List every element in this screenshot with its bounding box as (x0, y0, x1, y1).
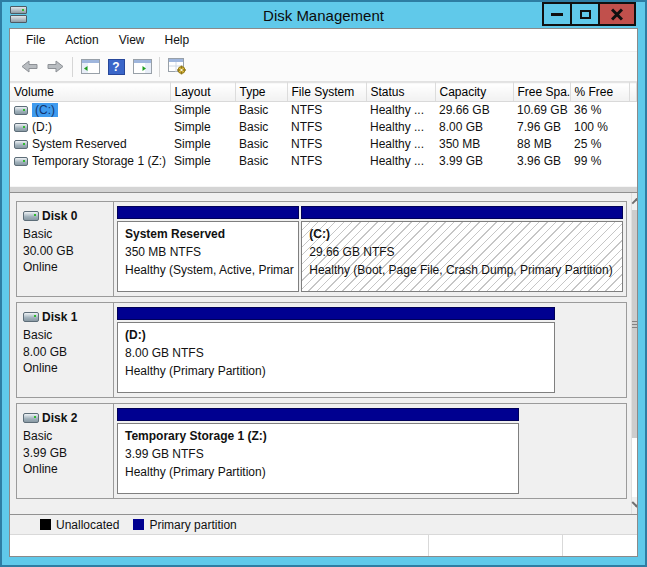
action-pane-icon (133, 59, 152, 74)
disk-pane-scrollbar[interactable] (631, 193, 637, 514)
disk-2-label[interactable]: Disk 2 Basic 3.99 GB Online (17, 404, 114, 498)
cell-status: Healthy ... (366, 102, 435, 119)
volume-icon (14, 106, 28, 115)
volume-row-c[interactable]: (C:) Simple Basic NTFS Healthy ... 29.66… (10, 102, 637, 119)
status-section (10, 535, 429, 556)
partition-z[interactable]: Temporary Storage 1 (Z:) 3.99 GB NTFS He… (117, 408, 519, 494)
partition-name: (C:) (309, 225, 615, 243)
close-button[interactable] (598, 2, 636, 26)
pane-splitter[interactable] (10, 186, 637, 193)
show-action-pane-button[interactable] (129, 55, 155, 79)
legend-bar: Unallocated Primary partition (10, 514, 637, 534)
chevron-down-icon (631, 498, 637, 508)
partition-system-reserved[interactable]: System Reserved 350 MB NTFS Healthy (Sys… (117, 206, 299, 292)
help-button[interactable]: ? (103, 55, 129, 79)
titlebar: Disk Management (2, 2, 645, 28)
cell-pct-free: 36 % (570, 102, 629, 119)
disk-0-graphic: System Reserved 350 MB NTFS Healthy (Sys… (114, 202, 626, 296)
disk-type: Basic (23, 226, 111, 243)
close-icon (610, 7, 624, 21)
cell-free-space: 7.96 GB (513, 119, 570, 136)
column-free-space[interactable]: Free Spa... (513, 83, 570, 102)
partition-d[interactable]: (D:) 8.00 GB NTFS Healthy (Primary Parti… (117, 307, 555, 393)
disk-0-block: Disk 0 Basic 30.00 GB Online System Rese… (16, 201, 627, 297)
forward-button[interactable] (42, 55, 68, 79)
column-file-system[interactable]: File System (287, 83, 366, 102)
disk-status: Online (23, 461, 111, 478)
unallocated-swatch (40, 519, 51, 530)
toolbar: ? (10, 51, 637, 82)
partition-size: 29.66 GB NTFS (309, 243, 615, 261)
column-volume[interactable]: Volume (10, 83, 170, 102)
toolbar-separator (159, 57, 160, 77)
cell-pct-free: 100 % (570, 119, 629, 136)
cell-file-system: NTFS (287, 119, 366, 136)
chevron-up-icon (631, 198, 637, 208)
disk-0-label[interactable]: Disk 0 Basic 30.00 GB Online (17, 202, 114, 296)
show-console-tree-button[interactable] (77, 55, 103, 79)
maximize-button[interactable] (570, 2, 600, 26)
help-icon: ? (108, 59, 125, 75)
scroll-down-button[interactable] (632, 497, 637, 514)
cell-type: Basic (235, 153, 287, 170)
disk-icon (23, 211, 39, 221)
window-content: File Action View Help ? (9, 28, 638, 557)
column-filler (629, 83, 637, 102)
forward-icon (47, 60, 64, 73)
cell-type: Basic (235, 102, 287, 119)
window-controls (544, 2, 636, 26)
scroll-up-button[interactable] (632, 193, 637, 210)
menu-view[interactable]: View (109, 30, 155, 50)
cell-capacity: 3.99 GB (435, 153, 513, 170)
column-layout[interactable]: Layout (170, 83, 235, 102)
cell-free-space: 88 MB (513, 136, 570, 153)
cell-status: Healthy ... (366, 119, 435, 136)
cell-type: Basic (235, 119, 287, 136)
cell-layout: Simple (170, 153, 235, 170)
volume-row-temporary-storage[interactable]: Temporary Storage 1 (Z:) Simple Basic NT… (10, 153, 637, 170)
maximize-icon (580, 10, 591, 19)
disk-1-label[interactable]: Disk 1 Basic 8.00 GB Online (17, 303, 114, 397)
partition-name: System Reserved (125, 225, 291, 243)
cell-status: Healthy ... (366, 136, 435, 153)
minimize-icon (551, 13, 563, 16)
cell-layout: Simple (170, 102, 235, 119)
column-pct-free[interactable]: % Free (570, 83, 629, 102)
partition-size: 3.99 GB NTFS (125, 445, 511, 463)
disk-1-graphic: (D:) 8.00 GB NTFS Healthy (Primary Parti… (114, 303, 626, 397)
menu-action[interactable]: Action (55, 30, 108, 50)
cell-file-system: NTFS (287, 102, 366, 119)
back-icon (21, 60, 38, 73)
partition-c[interactable]: (C:) 29.66 GB NTFS Healthy (Boot, Page F… (301, 206, 623, 292)
column-capacity[interactable]: Capacity (435, 83, 513, 102)
scrollbar-track[interactable] (632, 438, 637, 497)
scrollbar-thumb[interactable] (632, 210, 637, 438)
disk-icon (23, 312, 39, 322)
disk-size: 30.00 GB (23, 243, 111, 260)
partition-health: Healthy (System, Active, Primar (125, 261, 291, 279)
volume-name: Temporary Storage 1 (Z:) (32, 154, 166, 168)
cell-capacity: 8.00 GB (435, 119, 513, 136)
manage-computer-button[interactable] (164, 55, 190, 79)
disk-2-block: Disk 2 Basic 3.99 GB Online Temporary St… (16, 403, 627, 499)
volume-row-system-reserved[interactable]: System Reserved Simple Basic NTFS Health… (10, 136, 637, 153)
partition-health: Healthy (Primary Partition) (125, 362, 547, 380)
minimize-button[interactable] (542, 2, 572, 26)
legend-primary-partition: Primary partition (133, 518, 236, 532)
partition-size: 350 MB NTFS (125, 243, 291, 261)
cell-status: Healthy ... (366, 153, 435, 170)
primary-partition-swatch (133, 519, 144, 530)
volume-row-d[interactable]: (D:) Simple Basic NTFS Healthy ... 8.00 … (10, 119, 637, 136)
volume-icon (14, 123, 28, 132)
menu-file[interactable]: File (16, 30, 55, 50)
partition-health: Healthy (Boot, Page File, Crash Dump, Pr… (309, 261, 615, 279)
disk-status: Online (23, 360, 111, 377)
menu-help[interactable]: Help (155, 30, 200, 50)
cell-file-system: NTFS (287, 153, 366, 170)
primary-partition-color-bar (117, 408, 519, 421)
back-button[interactable] (16, 55, 42, 79)
column-status[interactable]: Status (366, 83, 435, 102)
primary-partition-color-bar (117, 307, 555, 320)
column-type[interactable]: Type (235, 83, 287, 102)
cell-capacity: 350 MB (435, 136, 513, 153)
